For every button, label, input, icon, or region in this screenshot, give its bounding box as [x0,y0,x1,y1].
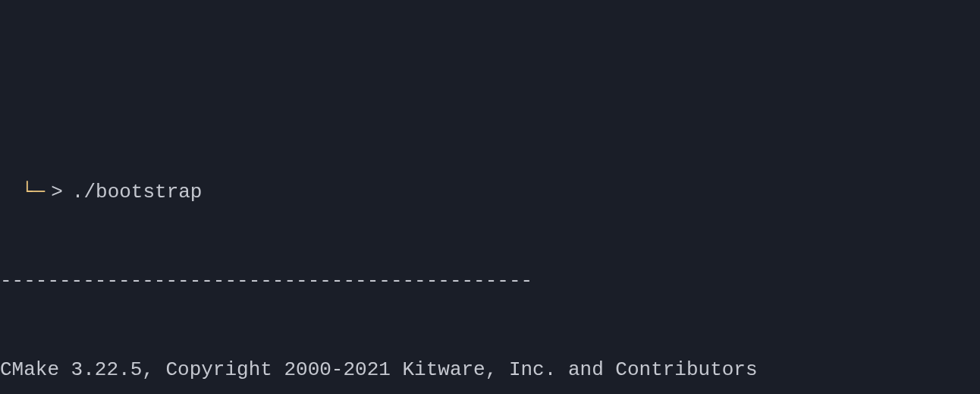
output-cmake-version: CMake 3.22.5, Copyright 2000-2021 Kitwar… [0,355,980,385]
command-prompt-line: └─>./bootstrap [0,178,980,207]
prompt-arrow-icon: └─ [0,178,51,207]
output-separator-top: ----------------------------------------… [0,266,980,296]
command-text: ./bootstrap [72,178,203,207]
terminal-window[interactable]: └─>./bootstrap -------------------------… [0,118,980,394]
prompt-chevron-icon: > [51,178,72,207]
